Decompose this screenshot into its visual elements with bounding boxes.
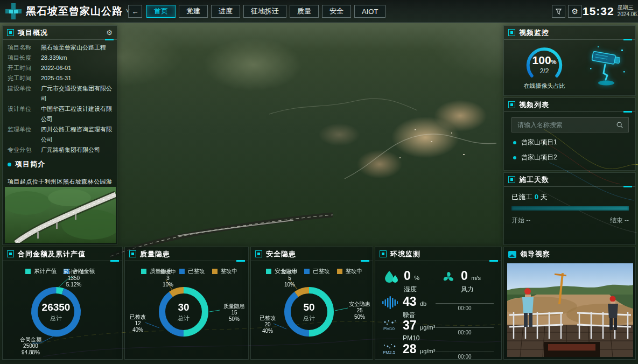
field-label: 监理单位 (8, 124, 41, 145)
sound-wave-icon (382, 296, 398, 310)
field-row: 专业分包广元路桥集团有限公司 (3, 145, 117, 155)
field-row: 开工时间2022-06-01 (3, 63, 117, 73)
quality-chart-title: 质量隐患 (140, 249, 170, 259)
panel-bracket-icon (508, 101, 515, 108)
camera-dot-icon (513, 141, 516, 144)
gauge-caption: 在线摄像头占比 (507, 82, 582, 90)
video-list-item[interactable]: 曾家山项目1 (513, 138, 557, 147)
dashboard: 黑石坡至曾家山公路 ˅ ← 首页 党建 进度 征地拆迁 质量 安全 AIOT ⚙… (0, 0, 638, 364)
video-search-input[interactable] (511, 117, 629, 132)
panel-bracket-icon (508, 29, 515, 36)
end-value: -- (625, 216, 629, 224)
gauge-unit: % (551, 59, 557, 65)
panel-video-list: 视频列表 曾家山项目1 曾家山项目2 (503, 97, 636, 171)
main-nav-tabs: 首页 党建 进度 征地拆迁 质量 安全 AIOT (146, 5, 385, 18)
panel-project-overview: 项目概况 ⚙ 项目名称黑石坡至曾家山公路工程 项目长度28.339km 开工时间… (2, 25, 117, 245)
quality-donut-chart: 30 总计 (157, 285, 211, 339)
pm10-particles-icon: PM10 (382, 319, 398, 334)
gear-icon[interactable]: ⚙ (106, 29, 113, 37)
video-list-title: 视频列表 (519, 100, 549, 110)
panel-bracket-icon (7, 250, 14, 257)
time-text: 15:32 (583, 5, 614, 18)
tab-aiot[interactable]: AIOT (354, 5, 385, 18)
gauge-center: 100% 2/2 (522, 54, 567, 75)
start-date: 开始 -- (511, 216, 530, 225)
start-value: -- (526, 216, 530, 224)
field-label: 开工时间 (8, 63, 41, 73)
env-title: 环境监测 (390, 249, 420, 259)
gauge-ratio: 2/2 (522, 67, 567, 75)
header-accent-dash (623, 186, 632, 187)
field-row: 项目名称黑石坡至曾家山公路工程 (3, 43, 117, 53)
intro-title: 项目简介 (15, 159, 45, 169)
donut-total-label: 总计 (303, 314, 315, 323)
panel-bracket-icon (255, 250, 262, 257)
callout-quality-hazard: 质量隐患1550% (220, 303, 249, 323)
panel-leader-visit: 领导视察 (503, 247, 636, 360)
tab-home[interactable]: 首页 (146, 5, 176, 18)
cctv-camera-icon (586, 43, 629, 88)
panel-bracket-icon (129, 250, 136, 257)
days-built-text: 已施工 0 天 (511, 192, 547, 202)
donut-total-label: 总计 (50, 314, 62, 323)
callout-rectified: 已整改1240% (125, 314, 151, 333)
filter-button[interactable] (552, 5, 565, 18)
tab-party-building[interactable]: 党建 (179, 5, 208, 18)
callout-rectified: 已整改2040% (254, 315, 281, 334)
settings-button[interactable]: ⚙ (568, 5, 581, 18)
days-built-unit: 天 (540, 193, 547, 201)
gear-icon: ⚙ (571, 7, 578, 16)
tab-safety[interactable]: 安全 (322, 5, 351, 18)
back-button[interactable]: ← (128, 5, 142, 18)
panel-quality-hazard: 质量隐患 质量隐患 已整改 整改中 30 总计 整改中310% 质量隐患1550… (124, 247, 249, 360)
field-value: 2022-06-01 (41, 63, 112, 73)
gauge-value: 100 (532, 54, 551, 66)
leader-visit-photo (507, 263, 633, 357)
droplets-icon (384, 270, 399, 286)
construction-progress-bar (511, 206, 629, 211)
panel-bracket-icon (508, 176, 515, 183)
field-value: 中国华西工程设计建设有限公司 (41, 104, 112, 124)
env-noise: 43 db 噪音 (382, 296, 426, 320)
clock: 15:32 星期三 2024.06.05 (583, 4, 638, 18)
header-accent-dash (105, 39, 114, 40)
donut-total: 30 (178, 302, 189, 313)
tab-quality[interactable]: 质量 (290, 5, 319, 18)
panel-bracket-icon (7, 29, 14, 36)
callout-cumulative-output: 累计产值13505.12% (57, 269, 91, 288)
field-value: 广元市交通投资集团有限公司 (41, 83, 112, 104)
header-accent-dash (623, 111, 632, 113)
contract-chart-title: 合同金额及累计产值 (18, 249, 86, 259)
donut-total: 26350 (42, 302, 71, 313)
project-aerial-photo (5, 187, 116, 243)
field-label: 设计单位 (8, 104, 41, 124)
field-label: 项目长度 (8, 53, 41, 63)
construction-days-title: 施工天数 (519, 175, 549, 185)
leader-visit-title: 领导视察 (520, 249, 550, 259)
start-label: 开始 (511, 216, 524, 224)
header-accent-dash (110, 260, 119, 262)
donut-total: 50 (303, 302, 314, 313)
page-title: 黑石坡至曾家山公路 (26, 4, 123, 18)
field-value: 黑石坡至曾家山公路工程 (41, 43, 112, 53)
field-value: 28.339km (41, 53, 112, 63)
video-item-label: 曾家山项目1 (521, 138, 557, 147)
days-built-value: 0 (535, 193, 538, 201)
top-header: 黑石坡至曾家山公路 ˅ ← 首页 党建 进度 征地拆迁 质量 安全 AIOT ⚙… (0, 0, 638, 23)
field-row: 建设单位广元市交通投资集团有限公司 (3, 83, 117, 104)
tab-progress[interactable]: 进度 (211, 5, 240, 18)
search-icon[interactable] (616, 121, 623, 129)
field-label: 项目名称 (8, 43, 41, 53)
field-label: 专业分包 (8, 145, 41, 155)
header-accent-dash (236, 260, 245, 262)
noise-sparkline-axis: 00:00 (436, 303, 494, 304)
video-list-item[interactable]: 曾家山项目2 (513, 153, 557, 162)
tab-land-acquisition[interactable]: 征地拆迁 (243, 5, 286, 18)
app-logo-icon (5, 3, 22, 19)
fan-icon (441, 270, 456, 285)
project-title-switcher[interactable]: 黑石坡至曾家山公路 ˅ (26, 4, 130, 18)
contract-donut-chart: 26350 总计 (29, 285, 83, 339)
panel-construction-days: 施工天数 已施工 0 天 开始 -- 结束 -- (503, 172, 636, 245)
safety-donut-chart: 50 总计 (282, 285, 336, 339)
panel-video-monitor: 视频监控 100% 2/2 在线摄像头占比 (503, 25, 636, 96)
